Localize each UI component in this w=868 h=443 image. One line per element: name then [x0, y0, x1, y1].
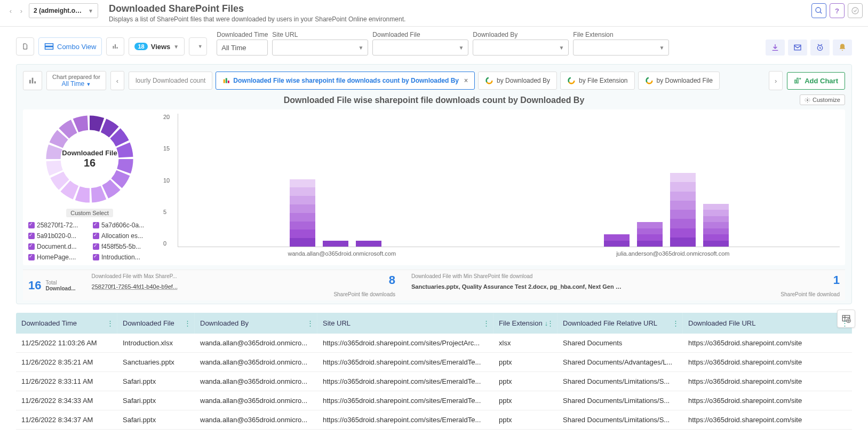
bar[interactable]	[290, 179, 315, 247]
cell: https://o365droid.sharepoint.com/sites/P…	[317, 334, 493, 352]
download-button[interactable]	[766, 39, 785, 56]
column-label: Downloaded By	[200, 319, 249, 327]
bar[interactable]	[637, 222, 663, 247]
column-header[interactable]: File Extension ↓⋮	[493, 313, 558, 334]
cell: Sanctuaries.pptx	[117, 353, 195, 371]
column-header[interactable]: Downloaded Time⋮	[16, 313, 117, 334]
chevron-down-icon: ▼	[358, 45, 363, 51]
svg-rect-23	[797, 78, 798, 83]
legend-label: HomePage....	[37, 254, 76, 261]
filter-select-file[interactable]: ▼	[372, 39, 468, 56]
tab-label: Downloaded File wise sharepoint file dow…	[233, 77, 459, 84]
column-header[interactable]: Downloaded File Relative URL⋮	[558, 313, 683, 334]
column-menu-icon[interactable]: ⋮	[483, 319, 490, 327]
cell: pptx	[493, 410, 558, 429]
bar[interactable]	[323, 241, 348, 247]
bar[interactable]	[356, 241, 381, 247]
close-icon[interactable]: ×	[464, 77, 468, 84]
legend-label: f458f5b5-5b...	[101, 243, 141, 250]
chart-panel: Chart prepared for All Time ▼ ‹ lourly D…	[16, 64, 852, 304]
search-button[interactable]	[811, 3, 826, 18]
chart-type-button[interactable]	[23, 71, 42, 90]
filter-value-time: All Time	[221, 44, 246, 52]
filter-select-ext[interactable]: ▼	[573, 39, 669, 56]
filter-select-by[interactable]: ▼	[473, 39, 569, 56]
bell-button[interactable]	[833, 39, 852, 56]
alarm-button[interactable]	[810, 39, 830, 56]
tab-overflow-left[interactable]: lourly Downloaded count	[129, 72, 212, 90]
legend-item[interactable]: f458f5b5-5b...	[93, 243, 151, 250]
legend-item[interactable]: Introduction...	[93, 254, 151, 261]
cell: wanda.allan@o365droid.onmicro...	[195, 372, 317, 391]
nav-forward[interactable]: ›	[16, 3, 27, 18]
bar[interactable]	[604, 234, 630, 247]
cell: Introduction.xlsx	[117, 334, 195, 352]
add-chart-label: Add Chart	[805, 77, 838, 85]
chart-prepared-for[interactable]: Chart prepared for All Time ▼	[46, 71, 106, 90]
table-row[interactable]: 11/26/2022 8:35:21 AMSanctuaries.pptxwan…	[16, 353, 852, 372]
chart-view-button[interactable]	[106, 37, 124, 56]
tab-by-downloaded-file[interactable]: by Downloaded File	[638, 72, 720, 90]
tenant-select[interactable]: 2 (admeight.onmi… ▼	[29, 3, 98, 18]
column-menu-icon[interactable]: ⋮	[547, 319, 554, 327]
filter-select-siteurl[interactable]: ▼	[272, 39, 368, 56]
filter-button[interactable]: ▼	[189, 37, 207, 56]
search-icon	[815, 6, 823, 15]
nav-back[interactable]: ‹	[5, 3, 16, 18]
table-row[interactable]: 11/26/2022 8:34:37 AMSafari.pptxwanda.al…	[16, 410, 852, 430]
x-label: wanda.allan@o365droid.onmicrosoft.com	[288, 250, 396, 257]
svg-rect-7	[117, 47, 118, 49]
combo-view-button[interactable]: Combo View	[38, 37, 102, 56]
combo-icon	[44, 43, 54, 50]
custom-select-button[interactable]: Custom Select	[66, 209, 113, 217]
table-row[interactable]: 11/26/2022 8:34:33 AMSafari.pptxwanda.al…	[16, 391, 852, 410]
column-label: Downloaded File Relative URL	[563, 319, 657, 327]
table-row[interactable]: 11/25/2022 11:03:26 AMIntroduction.xlsxw…	[16, 334, 852, 353]
bar[interactable]	[670, 173, 696, 247]
filter-select-time[interactable]: All Time	[217, 39, 268, 56]
stat-max-num: 8	[389, 273, 395, 287]
help-icon: ?	[835, 7, 839, 15]
cell: pptx	[493, 353, 558, 371]
cell: pptx	[493, 372, 558, 391]
column-menu-icon[interactable]: ⋮	[307, 319, 314, 327]
tab-by-downloaded-by[interactable]: by Downloaded By	[478, 72, 557, 90]
svg-point-2	[852, 7, 858, 14]
column-header[interactable]: Site URL⋮	[317, 313, 493, 334]
column-header[interactable]: Downloaded By⋮	[195, 313, 317, 334]
column-header[interactable]: Downloaded File⋮	[117, 313, 195, 334]
combo-label: Combo View	[57, 43, 96, 51]
page-subtitle: Displays a list of SharePoint files that…	[109, 15, 811, 23]
tab-by-file-extension[interactable]: by File Extension	[560, 72, 634, 90]
stat-max-file[interactable]: 258270f1-7265-4fd1-b40e-b9ef...	[92, 283, 178, 290]
cell: https://o365droid.sharepoint.com/sites/E…	[317, 410, 493, 429]
views-button[interactable]: 18 Views ▼	[129, 37, 185, 56]
legend-item[interactable]: HomePage....	[28, 254, 86, 261]
column-menu-icon[interactable]: ⋮	[107, 319, 114, 327]
donut-label: Downloaded File	[62, 149, 117, 157]
stat-total-l2: Download...	[45, 286, 75, 291]
column-header[interactable]: Downloaded File URL⋮	[683, 313, 852, 334]
legend-item[interactable]: Document.d...	[28, 243, 86, 250]
tabs-scroll-left[interactable]: ‹	[110, 71, 124, 90]
table-row[interactable]: 11/26/2022 8:33:11 AMSafari.pptxwanda.al…	[16, 372, 852, 391]
bar[interactable]	[703, 204, 729, 247]
legend-item[interactable]: 5a91b020-0...	[28, 232, 86, 240]
add-chart-button[interactable]: Add Chart	[787, 72, 845, 90]
donut-legend: 258270f1-72...5a7d606c-0a...5a91b020-0..…	[28, 222, 151, 261]
cell: https://o365droid.sharepoint.com/sites/E…	[317, 353, 493, 371]
email-button[interactable]	[788, 39, 807, 56]
column-menu-icon[interactable]: ⋮	[841, 319, 848, 327]
customize-button[interactable]: Customize	[800, 94, 845, 105]
tab-active[interactable]: Downloaded File wise sharepoint file dow…	[216, 72, 475, 90]
help-button[interactable]: ?	[830, 3, 845, 18]
export-button[interactable]	[16, 37, 34, 56]
column-menu-icon[interactable]: ⋮	[672, 319, 679, 327]
check-circle-icon	[851, 6, 859, 15]
legend-item[interactable]: 258270f1-72...	[28, 222, 86, 229]
schedule-button[interactable]	[848, 3, 863, 18]
column-menu-icon[interactable]: ⋮	[184, 319, 191, 327]
legend-item[interactable]: Allocation es...	[93, 232, 151, 240]
legend-item[interactable]: 5a7d606c-0a...	[93, 222, 151, 229]
tabs-scroll-right[interactable]: ›	[769, 71, 783, 90]
